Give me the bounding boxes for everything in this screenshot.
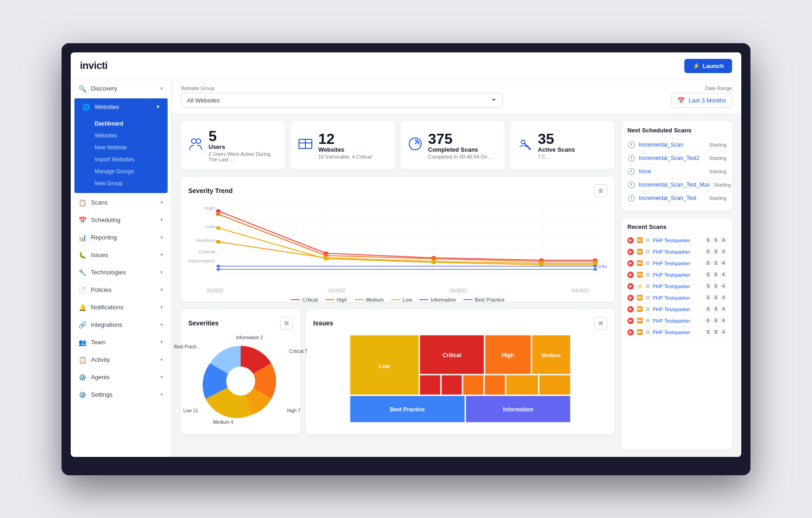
recent-scan-name-8[interactable]: PHP Testsparker <box>653 330 702 335</box>
scan-indicator-5: ▶ <box>627 295 634 301</box>
sidebar-item-policies[interactable]: 📄 Policies ▼ <box>71 281 171 299</box>
main-content: 🔍 Discovery ▼ 🌐 Websites ▼ <box>71 80 741 457</box>
sidebar-item-technologies[interactable]: 🔧 Technologies ▼ <box>71 264 171 281</box>
badge-b1-5: 6 <box>705 295 711 301</box>
sidebar-item-notifications[interactable]: 🔔 Notifications ▼ <box>71 299 171 316</box>
scan-badges-5: 6 6 4 <box>705 295 727 301</box>
scan-badges-6: 6 6 4 <box>705 306 727 312</box>
chevron-icon: ▼ <box>159 357 164 362</box>
sidebar-item-discovery[interactable]: 🔍 Discovery ▼ <box>71 80 171 97</box>
svg-point-39 <box>431 261 436 264</box>
date-range-picker[interactable]: 📅 Last 3 Months <box>671 93 732 108</box>
completed-scans-label: Completed Scans <box>428 146 493 153</box>
badge-b2-1: 6 <box>713 249 719 255</box>
svg-point-32 <box>216 240 220 244</box>
scan-name-2[interactable]: Incremental_Scan_Test2 <box>639 155 705 161</box>
svg-rect-57 <box>441 375 462 395</box>
screen: invicti ⚡ Launch 🔍 Discovery ▼ <box>71 52 741 457</box>
recent-scan-name-3[interactable]: PHP Testsparker <box>653 272 702 278</box>
svg-text:Critical: Critical <box>443 352 462 359</box>
sidebar-item-websites[interactable]: 🌐 Websites ▼ <box>74 98 168 116</box>
scan-indicator-7: ▶ <box>627 318 634 324</box>
badge-b1-0: 6 <box>705 237 711 243</box>
recent-scan-name-7[interactable]: PHP Testsparker <box>653 318 702 324</box>
recent-scan-name-2[interactable]: PHP Testsparker <box>653 261 702 266</box>
severities-grid-btn[interactable]: ⊞ <box>280 317 293 330</box>
severities-title: Severities <box>188 319 219 327</box>
sub-nav-websites[interactable]: Websites <box>74 130 168 142</box>
recent-scan-name-1[interactable]: PHP Testsparker <box>653 249 702 255</box>
badge-b1-7: 6 <box>705 318 711 324</box>
legend-best-practice: Best Practice <box>463 297 505 302</box>
scan-name-4[interactable]: Incremental_Scan_Test_Max <box>639 182 710 188</box>
launch-button[interactable]: ⚡ Launch <box>684 59 732 73</box>
sub-nav-new-website[interactable]: New Website <box>74 142 168 154</box>
recent-scan-name-6[interactable]: PHP Testsparker <box>653 307 702 312</box>
chevron-icon: ▼ <box>159 200 164 205</box>
badge-b2-0: 6 <box>713 237 719 243</box>
notifications-icon: 🔔 <box>78 303 86 312</box>
legend-best-practice-line <box>463 299 473 300</box>
stat-card-completed-scans: 375 Completed Scans Completed In 00:46:0… <box>400 121 505 170</box>
sidebar-item-reporting[interactable]: 📊 Reporting ▼ <box>71 229 171 246</box>
sidebar-item-agents[interactable]: ⚙️ Agents ▼ <box>71 369 171 386</box>
sidebar-item-scans[interactable]: 📋 Scans ▼ <box>71 194 171 211</box>
trend-chart-svg: High Low Medium Critical Information <box>188 203 607 285</box>
sidebar-item-activity[interactable]: 📋 Activity ▼ <box>71 351 171 369</box>
chevron-icon: ▼ <box>159 287 164 292</box>
trend-chart-container: High Low Medium Critical Information <box>188 203 607 295</box>
svg-text:Information: Information <box>598 264 607 268</box>
recent-scans-list: ▶ ⏩ ⊙ PHP Testsparker 6 6 4 <box>627 235 727 338</box>
calendar-icon: 📅 <box>677 97 685 104</box>
issues-icon: 🐛 <box>78 251 86 259</box>
sub-nav-new-group[interactable]: New Group <box>74 177 168 189</box>
websites-label: Websites <box>318 146 372 153</box>
stat-card-active-scans: 35 Active Scans 7 C... <box>510 121 615 170</box>
sidebar-item-issues[interactable]: 🐛 Issues ▼ <box>71 246 171 264</box>
svg-point-43 <box>593 265 597 268</box>
active-scans-icon <box>518 137 532 154</box>
recent-scan-6: ▶ ⏩ ⊙ PHP Testsparker 6 6 4 <box>627 304 727 315</box>
sidebar-item-integrations[interactable]: 🔗 Integrations ▼ <box>71 316 171 334</box>
issues-grid-btn[interactable]: ⊞ <box>594 317 607 330</box>
svg-rect-3 <box>299 139 305 148</box>
scan-clock-icon-2: 🕐 <box>627 154 635 162</box>
sub-nav-import-websites[interactable]: Import Websites <box>74 154 168 165</box>
chevron-icon: ▼ <box>159 235 164 240</box>
chevron-icon: ▼ <box>159 392 164 397</box>
svg-point-27 <box>216 212 220 216</box>
sub-nav-manage-groups[interactable]: Manage Groups <box>74 165 168 177</box>
page-body: 5 Users 2 Users Were Active During The L… <box>172 114 741 457</box>
chevron-icon: ▼ <box>159 305 164 310</box>
recent-scan-name-5[interactable]: PHP Testsparker <box>653 295 702 301</box>
severity-trend-grid-btn[interactable]: ⊞ <box>594 184 607 197</box>
badge-b3-2: 4 <box>720 260 727 266</box>
badge-b2-2: 6 <box>713 260 719 266</box>
sidebar-item-settings[interactable]: ⚙️ Settings ▼ <box>71 386 171 404</box>
x-label-4: 04/2022 <box>572 288 589 293</box>
scan-name-1[interactable]: Incremental_Scan <box>639 142 705 148</box>
svg-point-37 <box>216 226 220 230</box>
badge-b2-5: 6 <box>713 295 719 301</box>
svg-point-1 <box>196 139 201 143</box>
scan-name-3[interactable]: Incre <box>639 168 705 175</box>
scan-name-5[interactable]: Incremental_Scan_Test <box>639 195 705 201</box>
badge-b1-6: 6 <box>705 306 711 312</box>
recent-scan-name-4[interactable]: PHP Testsparker <box>653 284 702 289</box>
scheduling-icon: 📅 <box>78 216 86 224</box>
recent-scan-1: ▶ ⏩ ⊙ PHP Testsparker 6 6 4 <box>627 246 727 258</box>
active-scans-sub: 7 C... <box>538 154 575 159</box>
app-logo: invicti <box>80 60 107 72</box>
sidebar-item-scheduling[interactable]: 📅 Scheduling ▼ <box>71 211 171 229</box>
badge-b3-7: 4 <box>720 318 727 324</box>
scan-indicator-4: ▶ <box>627 283 634 290</box>
recent-scan-8: ▶ ⏩ ⊙ PHP Testsparker 6 6 4 <box>627 327 727 338</box>
scan-badges-1: 6 6 4 <box>705 249 727 255</box>
chevron-icon: ▼ <box>159 322 164 327</box>
website-group-select[interactable]: All Websites <box>181 93 502 108</box>
sub-nav-dashboard[interactable]: Dashboard <box>74 118 168 130</box>
integrations-icon: 🔗 <box>78 321 86 329</box>
svg-text:Low: Low <box>379 363 390 370</box>
sidebar-item-team[interactable]: 👥 Team ▼ <box>71 334 171 351</box>
recent-scan-name-0[interactable]: PHP Testsparker <box>653 238 702 243</box>
